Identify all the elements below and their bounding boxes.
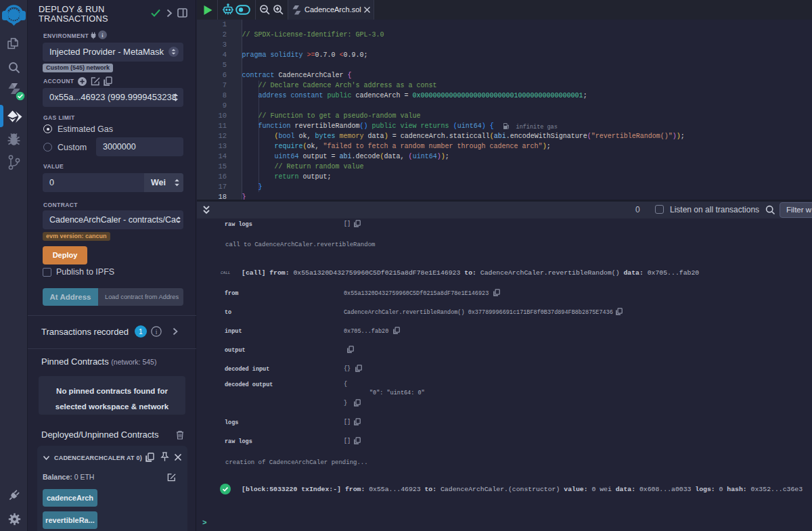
svg-text:i: i: [156, 328, 158, 336]
